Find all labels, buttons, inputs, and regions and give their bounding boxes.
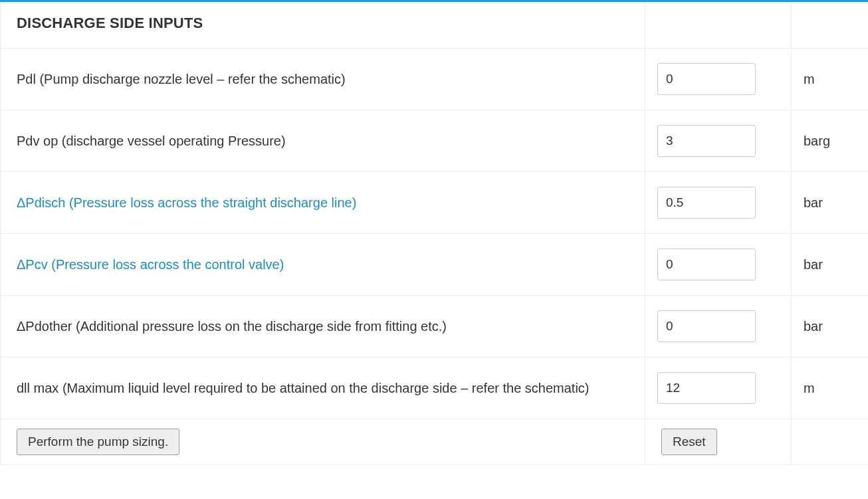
table-row: Pdv op (discharge vessel operating Press… bbox=[1, 110, 869, 172]
input-pdl[interactable] bbox=[657, 63, 756, 95]
input-dpdother[interactable] bbox=[657, 310, 756, 342]
section-header-row: DISCHARGE SIDE INPUTS bbox=[1, 3, 869, 49]
input-cell-dpdisch bbox=[645, 172, 792, 234]
input-cell-dpdother bbox=[645, 296, 792, 357]
label-pdv-op: Pdv op (discharge vessel operating Press… bbox=[1, 110, 645, 172]
section-header-blank-2 bbox=[792, 3, 869, 49]
reset-button[interactable]: Reset bbox=[661, 429, 717, 455]
action-blank bbox=[792, 419, 869, 465]
reset-cell: Reset bbox=[645, 419, 792, 465]
input-dpdisch[interactable] bbox=[657, 187, 756, 219]
input-cell-dll-max bbox=[645, 357, 792, 419]
input-cell-pdv-op bbox=[645, 110, 792, 172]
input-dll-max[interactable] bbox=[657, 372, 756, 404]
input-cell-dpcv bbox=[645, 234, 792, 296]
label-dpdisch: ΔPdisch (Pressure loss across the straig… bbox=[1, 172, 645, 234]
discharge-side-inputs-table: DISCHARGE SIDE INPUTS Pdl (Pump discharg… bbox=[0, 0, 868, 465]
label-pdl: Pdl (Pump discharge nozzle level – refer… bbox=[1, 49, 645, 110]
unit-pdv-op: barg bbox=[792, 110, 869, 172]
label-dpdother: ΔPdother (Additional pressure loss on th… bbox=[1, 296, 645, 357]
table-row: ΔPcv (Pressure loss across the control v… bbox=[1, 234, 869, 296]
unit-dpdisch: bar bbox=[792, 172, 869, 234]
section-header-blank-1 bbox=[645, 3, 792, 49]
unit-dpdother: bar bbox=[792, 296, 869, 357]
submit-cell: Perform the pump sizing. bbox=[1, 419, 645, 465]
action-row: Perform the pump sizing. Reset bbox=[1, 419, 869, 465]
table-row: ΔPdother (Additional pressure loss on th… bbox=[1, 296, 869, 357]
table-row: Pdl (Pump discharge nozzle level – refer… bbox=[1, 49, 869, 110]
section-title: DISCHARGE SIDE INPUTS bbox=[1, 3, 645, 49]
table-row: dll max (Maximum liquid level required t… bbox=[1, 357, 869, 419]
label-dll-max: dll max (Maximum liquid level required t… bbox=[1, 357, 645, 419]
perform-pump-sizing-button[interactable]: Perform the pump sizing. bbox=[17, 429, 179, 455]
input-pdv-op[interactable] bbox=[657, 125, 756, 157]
label-dpcv: ΔPcv (Pressure loss across the control v… bbox=[1, 234, 645, 296]
link-dpcv[interactable]: ΔPcv (Pressure loss across the control v… bbox=[17, 257, 284, 272]
link-dpdisch[interactable]: ΔPdisch (Pressure loss across the straig… bbox=[17, 195, 356, 210]
unit-dpcv: bar bbox=[792, 234, 869, 296]
table-row: ΔPdisch (Pressure loss across the straig… bbox=[1, 172, 869, 234]
unit-dll-max: m bbox=[792, 357, 869, 419]
input-cell-pdl bbox=[645, 49, 792, 110]
input-dpcv[interactable] bbox=[657, 249, 756, 280]
unit-pdl: m bbox=[792, 49, 869, 110]
